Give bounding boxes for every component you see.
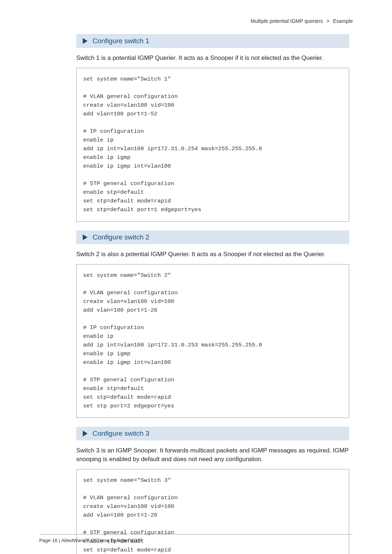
triangle-right-icon xyxy=(83,38,87,44)
section-title: Configure switch 2 xyxy=(93,233,149,241)
code-block: set system name="Switch 2" # VLAN genera… xyxy=(76,264,349,418)
breadcrumb-sep: > xyxy=(326,18,329,24)
breadcrumb: Multiple potential IGMP queriers > Examp… xyxy=(251,18,353,24)
footer-text: Page 16 | AlliedWare™ OS How To Note: IG… xyxy=(39,538,143,543)
breadcrumb-left: Multiple potential IGMP queriers xyxy=(251,18,323,24)
section-header: Configure switch 1 xyxy=(76,34,349,48)
breadcrumb-right: Example xyxy=(333,18,353,24)
section-intro: Switch 1 is a potential IGMP Querier. It… xyxy=(76,54,349,63)
section-header: Configure switch 2 xyxy=(76,230,349,244)
section-configure-switch-3: Configure switch 3 Switch 3 is an IGMP S… xyxy=(76,427,349,554)
triangle-right-icon xyxy=(83,234,87,240)
triangle-right-icon xyxy=(83,431,87,436)
section-intro: Switch 2 is also a potential IGMP Querie… xyxy=(76,250,349,259)
page: Multiple potential IGMP queriers > Examp… xyxy=(0,0,392,554)
content: Configure switch 1 Switch 1 is a potenti… xyxy=(76,34,349,554)
footer-rule xyxy=(39,534,353,534)
section-title: Configure switch 1 xyxy=(93,37,149,45)
code-text: set system name="Switch 2" # VLAN genera… xyxy=(83,271,342,410)
section-configure-switch-1: Configure switch 1 Switch 1 is a potenti… xyxy=(76,34,349,222)
section-header: Configure switch 3 xyxy=(76,427,349,440)
section-configure-switch-2: Configure switch 2 Switch 2 is also a po… xyxy=(76,230,349,418)
section-title: Configure switch 3 xyxy=(93,430,149,438)
code-text: set system name="Switch 1" # VLAN genera… xyxy=(83,75,342,214)
code-block: set system name="Switch 1" # VLAN genera… xyxy=(76,68,349,222)
section-intro: Switch 3 is an IGMP Snooper. It forwards… xyxy=(76,446,349,464)
